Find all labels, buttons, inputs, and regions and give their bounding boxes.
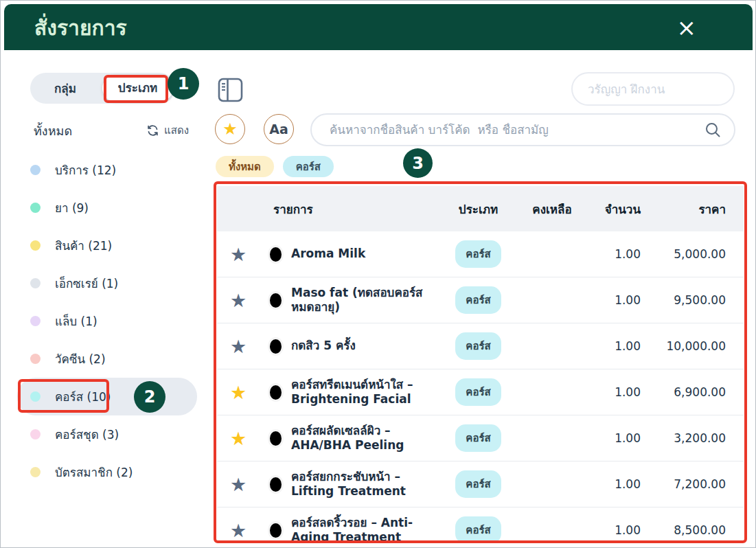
category-label: เอ็กซเรย์ (1) (55, 274, 118, 293)
item-dot-icon (270, 477, 282, 492)
item-type-cell: คอร์ส (435, 378, 521, 406)
row-dot-cell (260, 385, 291, 400)
item-qty: 1.00 (583, 293, 645, 307)
row-favorite-star-icon[interactable]: ★ (217, 337, 260, 356)
item-qty: 1.00 (583, 339, 645, 353)
item-dot-icon (270, 523, 282, 538)
chip-label: คอร์ส (296, 159, 321, 175)
show-button[interactable]: แสดง (146, 122, 189, 139)
item-price: 5,000.00 (645, 247, 744, 261)
type-badge: คอร์ส (455, 378, 501, 406)
row-favorite-star-icon[interactable]: ★ (217, 245, 260, 264)
item-name: Maso fat (ทดสอบคอร์สหมดอายุ) (291, 286, 435, 315)
item-dot-icon (270, 339, 282, 354)
item-qty: 1.00 (583, 385, 645, 399)
category-color-dot (30, 429, 41, 439)
chip-label: ทั้งหมด (229, 159, 261, 175)
item-price: 7,200.00 (645, 477, 744, 491)
row-favorite-star-icon[interactable]: ★ (217, 291, 260, 310)
toggle-type-tab[interactable]: ประเภท (102, 75, 173, 102)
row-dot-cell (260, 523, 291, 538)
search-input[interactable] (330, 123, 704, 137)
category-label: คอร์ส (10) (55, 387, 111, 406)
col-header-remaining: คงเหลือ (521, 200, 583, 218)
favorites-filter-button[interactable]: ★ (215, 114, 245, 144)
sidebar-all-row: ทั้งหมด แสดง (34, 119, 189, 142)
item-type-cell: คอร์ส (435, 332, 521, 360)
item-type-cell: คอร์ส (435, 286, 521, 314)
category-item[interactable]: วัคซีน (2) (17, 340, 197, 378)
row-favorite-star-icon[interactable]: ★ (217, 521, 260, 540)
category-item[interactable]: แล็บ (1) (17, 302, 197, 340)
type-badge: คอร์ส (455, 516, 501, 543)
category-color-dot (30, 165, 41, 175)
split-panel-icon[interactable] (218, 77, 243, 106)
category-label: แล็บ (1) (55, 312, 98, 330)
item-type-cell: คอร์ส (435, 240, 521, 268)
category-color-dot (30, 203, 41, 213)
category-color-dot (30, 391, 41, 402)
row-favorite-star-icon[interactable]: ★ (217, 475, 260, 494)
table-row[interactable]: ★ คอร์สลดริ้วรอย – Anti-Aging Treatment … (217, 507, 744, 543)
row-dot-cell (260, 339, 291, 354)
category-item[interactable]: เอ็กซเรย์ (1) (17, 264, 197, 302)
item-qty: 1.00 (583, 431, 645, 445)
item-price: 10,000.00 (645, 339, 744, 353)
category-item[interactable]: ยา (9) (17, 189, 197, 227)
search-box (310, 113, 735, 146)
table-header-row: รายการ ประเภท คงเหลือ จำนวน ราคา (217, 186, 744, 231)
category-label: ยา (9) (55, 198, 89, 217)
category-color-dot (30, 467, 41, 477)
toggle-group-tab[interactable]: กลุ่ม (30, 79, 100, 98)
category-item[interactable]: สินค้า (21) (17, 227, 197, 264)
item-qty: 1.00 (583, 247, 645, 261)
category-label: สินค้า (21) (55, 236, 112, 255)
item-price: 9,500.00 (645, 293, 744, 307)
col-header-qty: จำนวน (583, 200, 645, 218)
text-size-button[interactable]: Aa (264, 114, 294, 144)
table-row[interactable]: ★ กดสิว 5 ครั้ง คอร์ส 1.00 10,000.00 (217, 323, 744, 369)
col-header-type: ประเภท (435, 200, 521, 218)
item-name: Aroma Milk (291, 247, 435, 261)
item-dot-icon (270, 385, 282, 400)
item-dot-icon (270, 431, 282, 446)
type-badge: คอร์ส (455, 470, 501, 498)
row-favorite-star-icon[interactable]: ★ (217, 429, 260, 448)
item-name: คอร์สผลัดเซลล์ผิว – AHA/BHA Peeling (291, 424, 435, 453)
item-name: กดสิว 5 ครั้ง (291, 339, 435, 353)
category-color-dot (30, 316, 41, 326)
category-item[interactable]: บริการ (12) (17, 151, 197, 189)
step-badge-2: 2 (134, 381, 165, 413)
item-price: 8,500.00 (645, 523, 744, 537)
type-badge: คอร์ส (455, 286, 501, 314)
refresh-icon (146, 124, 159, 137)
item-price: 6,900.00 (645, 385, 744, 399)
row-favorite-star-icon[interactable]: ★ (217, 383, 260, 402)
table-row[interactable]: ★ Maso fat (ทดสอบคอร์สหมดอายุ) คอร์ส 1.0… (217, 277, 744, 323)
step-badge-3: 3 (403, 148, 433, 178)
staff-input[interactable] (571, 72, 735, 106)
item-qty: 1.00 (583, 477, 645, 491)
table-row[interactable]: ★ คอร์สทรีตเมนต์หน้าใส – Brightening Fac… (217, 369, 744, 415)
row-dot-cell (260, 477, 291, 492)
col-header-item: รายการ (217, 200, 435, 218)
item-type-cell: คอร์ส (435, 516, 521, 543)
col-header-price: ราคา (645, 200, 744, 218)
category-item[interactable]: คอร์สชุด (3) (17, 415, 197, 453)
category-item[interactable]: คอร์ส (10) (17, 378, 197, 415)
table-row[interactable]: ★ คอร์สผลัดเซลล์ผิว – AHA/BHA Peeling คอ… (217, 415, 744, 461)
category-item[interactable]: บัตรสมาชิก (2) (17, 453, 197, 491)
filter-chip[interactable]: คอร์ส (283, 156, 334, 177)
filter-chips: ทั้งหมด คอร์ส (216, 156, 334, 177)
group-type-toggle: กลุ่ม ประเภท (30, 73, 175, 104)
order-items-modal: สั่งรายการ × กลุ่ม ประเภท ทั้งหมด แสดง (0, 0, 756, 548)
filter-chip[interactable]: ทั้งหมด (216, 156, 274, 177)
table-row[interactable]: ★ คอร์สยกกระชับหน้า – Lifting Treatment … (217, 461, 744, 507)
table-row[interactable]: ★ Aroma Milk คอร์ส 1.00 5,000.00 (217, 231, 744, 277)
aa-label: Aa (269, 122, 288, 137)
item-type-cell: คอร์ส (435, 470, 521, 498)
search-icon[interactable] (704, 121, 722, 139)
modal-header: สั่งรายการ × (4, 4, 753, 50)
close-icon[interactable]: × (677, 16, 697, 39)
category-label: บัตรสมาชิก (2) (55, 463, 133, 481)
